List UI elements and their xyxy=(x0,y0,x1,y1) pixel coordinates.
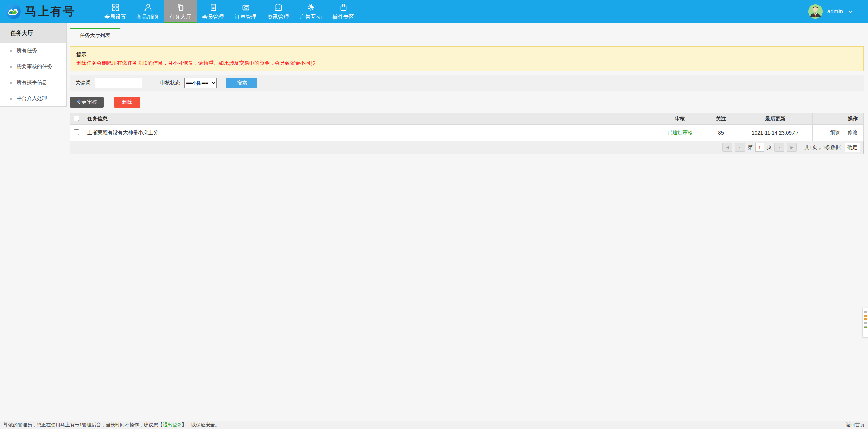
table-row: 王者荣耀有没有大神带小弟上分 已通过审核 85 2021-11-14 23:09… xyxy=(70,124,864,141)
bullet-icon xyxy=(10,82,12,84)
preview-link[interactable]: 预览 xyxy=(830,129,840,135)
contact-float-widget[interactable] xyxy=(862,308,868,338)
bulk-actions: 变更审核 删除 xyxy=(70,97,864,108)
keyword-input[interactable] xyxy=(95,78,142,88)
search-button[interactable]: 搜索 xyxy=(226,78,257,88)
main-nav: 全局设置 商品/服务 任务大厅 会员管理 订单管理 xyxy=(99,0,360,23)
select-all-cell xyxy=(70,113,82,124)
pagination-bar: ◀ ‹ 第 页 › ▶ 共1页，1条数据 确定 xyxy=(70,141,864,154)
widget-stripe xyxy=(864,321,867,321)
page-prefix: 第 xyxy=(748,144,753,151)
nav-item-order-management[interactable]: 订单管理 xyxy=(229,0,262,23)
audit-status-select[interactable]: ==不限== xyxy=(184,78,217,88)
nav-item-goods-services[interactable]: 商品/服务 xyxy=(132,0,164,23)
nav-label: 任务大厅 xyxy=(170,14,191,21)
delete-button[interactable]: 删除 xyxy=(114,97,140,108)
tab-bar: 任务大厅列表 xyxy=(70,28,864,41)
app-logo: 马上有号 xyxy=(0,0,99,23)
sidebar-title: 任务大厅 xyxy=(0,23,66,43)
user-name: admin xyxy=(827,8,843,15)
widget-stripe xyxy=(864,325,867,325)
audit-status-badge: 已通过审核 xyxy=(667,129,693,135)
widget-stripe xyxy=(864,327,867,328)
top-bar: 马上有号 全局设置 商品/服务 任务大厅 会员管理 xyxy=(0,0,868,23)
edit-link[interactable]: 修改 xyxy=(848,129,858,135)
link-separator: | xyxy=(843,129,845,135)
widget-stripe xyxy=(864,323,867,324)
nav-label: 订单管理 xyxy=(235,14,256,21)
logo-text: 马上有号 xyxy=(25,4,75,19)
nav-label: 广告互动 xyxy=(300,14,322,21)
bullet-icon xyxy=(10,66,12,68)
row-operations-cell: 预览|修改 xyxy=(813,124,864,141)
bullet-icon xyxy=(10,98,12,100)
widget-stripe xyxy=(864,315,867,316)
page-suffix: 页 xyxy=(767,144,772,151)
footer-text-after: 】，以保证安全。 xyxy=(182,422,220,428)
table-header-row: 任务信息 审核 关注 最后更新 操作 xyxy=(70,113,864,124)
sidebar-item-all-tasks[interactable]: 所有任务 xyxy=(0,43,66,59)
user-menu[interactable]: admin xyxy=(808,0,868,23)
avatar xyxy=(808,4,823,19)
notice-box: 提示: 删除任务会删除所有该任务关联的信息，且不可恢复，请慎重。如果涉及交易中的… xyxy=(70,46,864,72)
bullet-icon xyxy=(10,50,12,52)
page-confirm-button[interactable]: 确定 xyxy=(845,143,860,152)
next-page-icon: › xyxy=(779,145,780,150)
logout-link[interactable]: 退出登录 xyxy=(163,422,182,428)
sidebar-item-all-accept-info[interactable]: 所有接手信息 xyxy=(0,75,66,90)
calendar-icon xyxy=(274,3,283,12)
last-page-button[interactable]: ▶ xyxy=(787,143,797,152)
first-page-button[interactable]: ◀ xyxy=(722,143,732,152)
nav-label: 全局设置 xyxy=(104,14,126,21)
widget-stripe xyxy=(864,319,867,320)
nav-item-ad-interaction[interactable]: 广告互动 xyxy=(294,0,327,23)
sidebar-item-label: 所有接手信息 xyxy=(17,79,47,86)
sidebar-item-label: 所有任务 xyxy=(17,47,37,54)
filter-bar: 关键词: 审核状态: ==不限== 搜索 xyxy=(70,75,864,91)
widget-stripe xyxy=(864,318,867,319)
change-audit-button[interactable]: 变更审核 xyxy=(70,97,104,108)
copy-icon xyxy=(176,3,185,12)
prev-page-icon: ‹ xyxy=(739,145,741,150)
column-audit: 审核 xyxy=(656,113,704,124)
nav-item-global-settings[interactable]: 全局设置 xyxy=(99,0,132,23)
select-all-checkbox[interactable] xyxy=(74,116,79,121)
list-icon xyxy=(209,3,218,12)
footer-text-before: 尊敬的管理员，您正在使用马上有号1管理后台，当长时间不操作，建议您【 xyxy=(3,422,163,428)
camera-icon xyxy=(241,3,250,12)
footer-bar: 尊敬的管理员，您正在使用马上有号1管理后台，当长时间不操作，建议您【退出登录】，… xyxy=(0,421,868,429)
first-page-icon: ◀ xyxy=(726,145,729,150)
next-page-button[interactable]: › xyxy=(774,143,784,152)
prev-page-button[interactable]: ‹ xyxy=(735,143,745,152)
nav-item-news-management[interactable]: 资讯管理 xyxy=(262,0,294,23)
column-follow: 关注 xyxy=(704,113,738,124)
nav-label: 商品/服务 xyxy=(136,14,159,21)
sidebar-item-platform-intervention[interactable]: 平台介入处理 xyxy=(0,90,66,106)
widget-stripe xyxy=(864,316,867,317)
last-page-icon: ▶ xyxy=(790,145,793,150)
tab-task-hall-list[interactable]: 任务大厅列表 xyxy=(70,28,120,41)
sidebar-item-label: 需要审核的任务 xyxy=(17,63,52,70)
sidebar-item-label: 平台介入处理 xyxy=(17,95,47,102)
chevron-down-icon xyxy=(848,8,854,15)
row-checkbox[interactable] xyxy=(74,129,79,135)
notice-body: 删除任务会删除所有该任务关联的信息，且不可恢复，请慎重。如果涉及交易中的资金，会… xyxy=(76,59,857,67)
back-home-link[interactable]: 返回首页 xyxy=(846,422,865,428)
widget-stripe xyxy=(864,326,867,327)
nav-label: 资讯管理 xyxy=(267,14,289,21)
widget-stripe xyxy=(864,310,867,310)
task-title-cell: 王者荣耀有没有大神带小弟上分 xyxy=(82,124,656,141)
keyword-label: 关键词: xyxy=(75,80,92,86)
logo-icon xyxy=(5,4,21,19)
nav-item-task-hall[interactable]: 任务大厅 xyxy=(164,0,197,23)
task-table: 任务信息 审核 关注 最后更新 操作 王者荣耀有没有大神带小弟上分 已通过审核 … xyxy=(70,113,864,154)
page-number-input[interactable] xyxy=(755,143,764,152)
widget-stripe xyxy=(864,314,867,314)
grid-icon xyxy=(111,3,120,12)
widget-stripe xyxy=(864,311,867,312)
nav-item-plugin-zone[interactable]: 插件专区 xyxy=(327,0,360,23)
sidebar-item-tasks-to-review[interactable]: 需要审核的任务 xyxy=(0,59,66,75)
widget-stripe xyxy=(864,312,867,313)
nav-item-member-management[interactable]: 会员管理 xyxy=(197,0,229,23)
column-task-info: 任务信息 xyxy=(82,113,656,124)
